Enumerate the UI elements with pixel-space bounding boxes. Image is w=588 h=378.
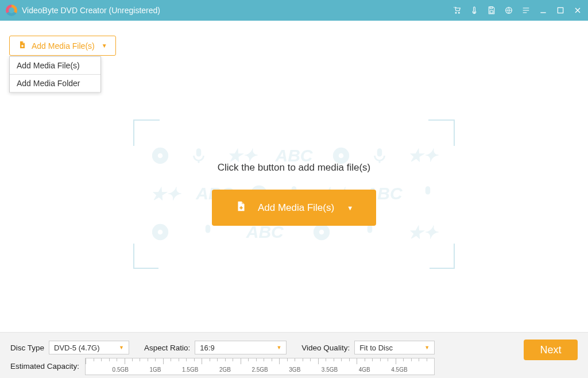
- video-quality-value: Fit to Disc: [359, 344, 393, 352]
- svg-rect-7: [196, 148, 201, 156]
- next-button[interactable]: Next: [524, 340, 578, 360]
- svg-rect-14: [425, 187, 431, 195]
- disc-type-select[interactable]: DVD-5 (4.7G) ▼: [49, 341, 129, 354]
- svg-point-19: [319, 230, 324, 235]
- aspect-ratio-value: 16:9: [200, 344, 214, 352]
- svg-rect-20: [367, 225, 372, 233]
- app-logo: [6, 5, 17, 16]
- svg-rect-1: [490, 7, 492, 9]
- aspect-ratio-label: Aspect Ratio:: [144, 344, 190, 352]
- main-area: ★✦ABC ★✦ ★✦ABC ★✦ABC ABC ★✦ Click t: [0, 56, 588, 332]
- drop-prompt: Click the button to add media file(s): [218, 162, 370, 173]
- svg-point-9: [339, 153, 344, 159]
- aspect-ratio-control: Aspect Ratio: 16:9 ▼: [144, 341, 287, 354]
- disc-type-control: Disc Type DVD-5 (4.7G) ▼: [10, 341, 129, 354]
- svg-rect-4: [558, 7, 563, 13]
- svg-rect-2: [490, 11, 493, 13]
- maximize-icon[interactable]: [556, 6, 565, 15]
- ruler-label: 2GB: [219, 367, 231, 373]
- chevron-down-icon: ▼: [276, 345, 281, 350]
- ruler-label: 1.5GB: [182, 367, 198, 373]
- drop-frame[interactable]: ★✦ABC ★✦ ★✦ABC ★✦ABC ABC ★✦ Click t: [133, 119, 455, 269]
- chevron-down-icon: ▼: [347, 205, 353, 211]
- menu-icon[interactable]: [521, 6, 531, 15]
- save-icon[interactable]: [487, 6, 496, 15]
- video-quality-control: Video Quality: Fit to Disc ▼: [301, 341, 435, 354]
- ruler-label: 3.5GB: [322, 367, 338, 373]
- add-files-icon: [235, 200, 247, 215]
- add-media-big-button-label: Add Media File(s): [258, 202, 334, 214]
- add-media-button[interactable]: Add Media File(s) ▼: [9, 36, 116, 56]
- svg-point-0: [474, 11, 475, 13]
- video-quality-label: Video Quality:: [301, 344, 350, 352]
- capacity-ruler: 0.5GB1GB1.5GB2GB2.5GB3GB3.5GB4GB4.5GB: [85, 358, 435, 375]
- add-media-button-label: Add Media File(s): [32, 41, 95, 51]
- video-quality-select[interactable]: Fit to Disc ▼: [354, 341, 435, 354]
- close-icon[interactable]: [573, 6, 582, 15]
- app-title: VideoByte DVD Creator (Unregistered): [22, 6, 160, 15]
- globe-icon[interactable]: [504, 6, 513, 15]
- disc-type-value: DVD-5 (4.7G): [54, 344, 99, 352]
- svg-point-16: [158, 230, 163, 235]
- chevron-down-icon: ▼: [119, 345, 124, 350]
- ruler-label: 1GB: [149, 367, 161, 373]
- capacity-row: Estimated Capacity: 0.5GB1GB1.5GB2GB2.5G…: [10, 358, 435, 375]
- add-media-big-button[interactable]: Add Media File(s) ▼: [212, 190, 376, 226]
- ruler-label: 2.5GB: [252, 367, 268, 373]
- estimated-capacity-label: Estimated Capacity:: [10, 362, 79, 371]
- ruler-label: 4.5GB: [391, 367, 407, 373]
- cart-icon[interactable]: [452, 6, 462, 15]
- bottom-panel: Disc Type DVD-5 (4.7G) ▼ Aspect Ratio: 1…: [0, 332, 588, 378]
- ruler-label: 0.5GB: [113, 367, 129, 373]
- svg-rect-10: [377, 148, 382, 156]
- disc-type-label: Disc Type: [10, 344, 44, 352]
- ruler-label: 3GB: [289, 367, 300, 373]
- chevron-down-icon: ▼: [424, 345, 430, 350]
- svg-rect-17: [206, 225, 211, 233]
- ruler-label: 4GB: [359, 367, 370, 373]
- minimize-icon[interactable]: [539, 6, 548, 15]
- chevron-down-icon: ▼: [102, 43, 107, 49]
- titlebar-icons: [452, 6, 582, 15]
- thermometer-icon[interactable]: [470, 6, 479, 15]
- toolbar: Add Media File(s) ▼ Add Media File(s) Ad…: [0, 21, 588, 56]
- title-bar: VideoByte DVD Creator (Unregistered): [0, 0, 588, 21]
- svg-point-6: [158, 153, 163, 159]
- add-files-icon: [18, 40, 27, 51]
- aspect-ratio-select[interactable]: 16:9 ▼: [195, 341, 287, 354]
